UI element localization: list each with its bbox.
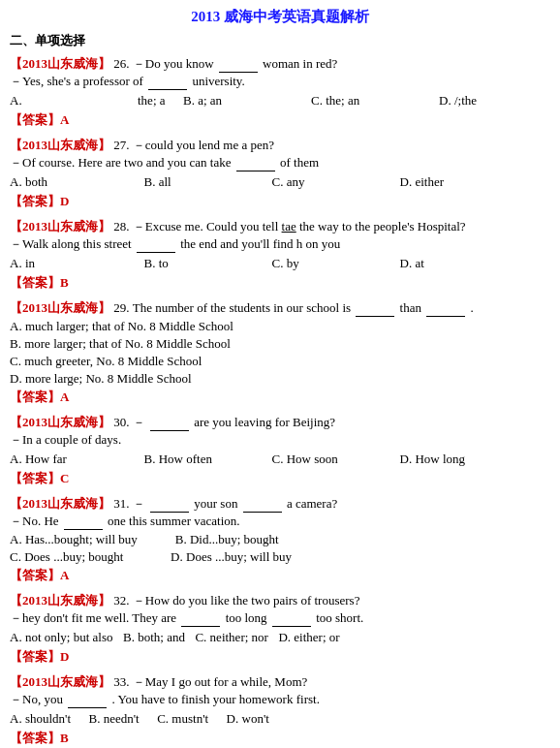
- q33-optA: A. shouldn't: [10, 711, 71, 727]
- q27-line2: －Of course. Here are two and you can tak…: [10, 155, 231, 170]
- q28-optA: A. in: [10, 256, 126, 271]
- q30-line2: －In a couple of days.: [10, 432, 121, 447]
- q27-label: 【2013山东威海】: [10, 138, 110, 152]
- q31-text1: your son: [194, 496, 237, 511]
- q26-optA: A.: [10, 93, 126, 109]
- q27-optC: C. any: [265, 174, 382, 190]
- q31-number: 31.: [113, 496, 129, 511]
- q27-answer: 【答案】D: [10, 193, 550, 210]
- q27-optB: B. all: [138, 174, 254, 190]
- q28-optB: B. to: [138, 256, 254, 271]
- q30-optD: D. How long: [393, 452, 510, 467]
- q32-text2: too long: [226, 610, 267, 625]
- q33-text2: . You have to finish your homework first…: [111, 692, 320, 706]
- q27-text1: －could you lend me a pen?: [133, 138, 274, 152]
- q26-text2: woman in red?: [263, 56, 337, 71]
- q30-dash: －: [133, 415, 145, 429]
- q32-optA: A. not only; but also: [10, 630, 113, 645]
- q30-optA: A. How far: [10, 452, 126, 467]
- question-31: 【2013山东威海】 31. － your son a camera? －No.…: [10, 495, 550, 584]
- q26-answer: 【答案】A: [10, 111, 550, 129]
- q30-options: A. How far B. How often C. How soon D. H…: [10, 452, 550, 467]
- q26-blank2: [148, 74, 187, 90]
- q28-blank1: [137, 236, 175, 253]
- q26-optA-val: the; a: [138, 93, 166, 109]
- q33-text1: －May I go out for a while, Mom?: [133, 674, 308, 689]
- q31-dash: －: [133, 496, 145, 511]
- q30-optB: B. How often: [138, 452, 254, 467]
- section-heading: 二、单项选择: [10, 32, 550, 49]
- q30-blank1: [150, 415, 189, 431]
- q32-blank1: [181, 610, 220, 627]
- q33-optD: D. won't: [220, 711, 269, 727]
- q29-answer: 【答案】A: [10, 389, 550, 406]
- question-32: 【2013山东威海】 32. －How do you like the two …: [10, 592, 550, 666]
- q27-optA: A. both: [10, 174, 126, 190]
- q30-number: 30.: [113, 415, 129, 429]
- q29-text3: .: [470, 300, 473, 315]
- q28-text3: the end and you'll find h on you: [180, 236, 340, 251]
- q26-optC: C. the; an: [305, 93, 421, 109]
- question-26: 【2013山东威海】 26. －Do you know woman in red…: [10, 55, 550, 129]
- q33-blank1: [68, 692, 107, 708]
- q32-answer: 【答案】D: [10, 648, 550, 666]
- q31-label: 【2013山东威海】: [10, 496, 110, 511]
- q29-sub-optB: B. more larger; that of No. 8 Middle Sch…: [10, 336, 550, 352]
- q28-answer: 【答案】B: [10, 274, 550, 292]
- q26-blank1: [219, 56, 258, 73]
- q33-answer: 【答案】B: [10, 730, 550, 747]
- q31-text2: a camera?: [287, 496, 337, 511]
- q29-sub-optC: C. much greeter, No. 8 Middle School: [10, 354, 550, 369]
- q27-number: 27.: [113, 138, 129, 152]
- q31-sub-optA: A. Has...bought; will buy B. Did...buy; …: [10, 532, 550, 547]
- question-28: 【2013山东威海】 28. －Excuse me. Could you tel…: [10, 218, 550, 292]
- q32-optD: D. either; or: [272, 630, 340, 645]
- q31-blank2: [243, 496, 282, 513]
- q31-sub-optC: C. Does ...buy; bought D. Does ...buy; w…: [10, 549, 550, 565]
- q28-number: 28.: [113, 219, 129, 234]
- q30-answer: 【答案】C: [10, 470, 550, 487]
- q26-line2: －Yes, she's a professor of: [10, 74, 143, 88]
- q27-optD: D. either: [393, 174, 510, 190]
- q32-line2: －hey don't fit me well. They are: [10, 610, 176, 625]
- q28-underline: tae: [282, 219, 296, 234]
- q33-label: 【2013山东威海】: [10, 674, 110, 689]
- q31-line2: －No. He: [10, 514, 59, 528]
- q32-number: 32.: [113, 593, 129, 608]
- q26-optB: B. a; an: [177, 93, 294, 109]
- question-33: 【2013山东威海】 33. －May I go out for a while…: [10, 673, 550, 747]
- q26-text3: university.: [192, 74, 244, 88]
- q27-text2: of them: [280, 155, 319, 170]
- q31-blank3: [64, 514, 103, 530]
- q29-number: 29.: [113, 300, 129, 315]
- q32-label: 【2013山东威海】: [10, 593, 110, 608]
- question-30: 【2013山东威海】 30. － are you leaving for Bei…: [10, 414, 550, 487]
- q29-blank2: [426, 300, 465, 317]
- page-title: 2013 威海中考英语真题解析: [10, 8, 550, 26]
- q29-sub-optA: A. much larger; that of No. 8 Middle Sch…: [10, 319, 550, 334]
- q28-text2: the way to the people's Hospital?: [299, 219, 466, 234]
- q31-text3: one this summer vacation.: [108, 514, 239, 528]
- q29-text2: than: [400, 300, 421, 315]
- q30-label: 【2013山东威海】: [10, 415, 110, 429]
- q33-optB: B. needn't: [82, 711, 140, 727]
- q28-optD: D. at: [393, 256, 510, 271]
- q26-label: 【2013山东威海】: [10, 56, 110, 71]
- q32-blank2: [272, 610, 311, 627]
- q33-line2: －No, you: [10, 692, 63, 706]
- q28-line2: －Walk along this street: [10, 236, 132, 251]
- q30-text1: are you leaving for Beijing?: [194, 415, 335, 429]
- q29-text1: The number of the students in our school…: [133, 300, 351, 315]
- q29-sub-optD: D. more large; No. 8 Middle School: [10, 371, 550, 387]
- question-27: 【2013山东威海】 27. －could you lend me a pen?…: [10, 137, 550, 210]
- q32-options: A. not only; but also B. both; and C. ne…: [10, 630, 550, 645]
- q32-text3: too short.: [316, 610, 363, 625]
- q32-text1: －How do you like the two pairs of trouse…: [133, 593, 360, 608]
- q31-blank1: [150, 496, 189, 513]
- q29-label: 【2013山东威海】: [10, 300, 110, 315]
- q29-blank1: [356, 300, 394, 317]
- q26-options: A. the; a B. a; an C. the; an D. /;the: [10, 93, 550, 109]
- q33-options: A. shouldn't B. needn't C. mustn't D. wo…: [10, 711, 550, 727]
- q28-text1: －Excuse me. Could you tell: [133, 219, 282, 234]
- q27-options: A. both B. all C. any D. either: [10, 174, 550, 190]
